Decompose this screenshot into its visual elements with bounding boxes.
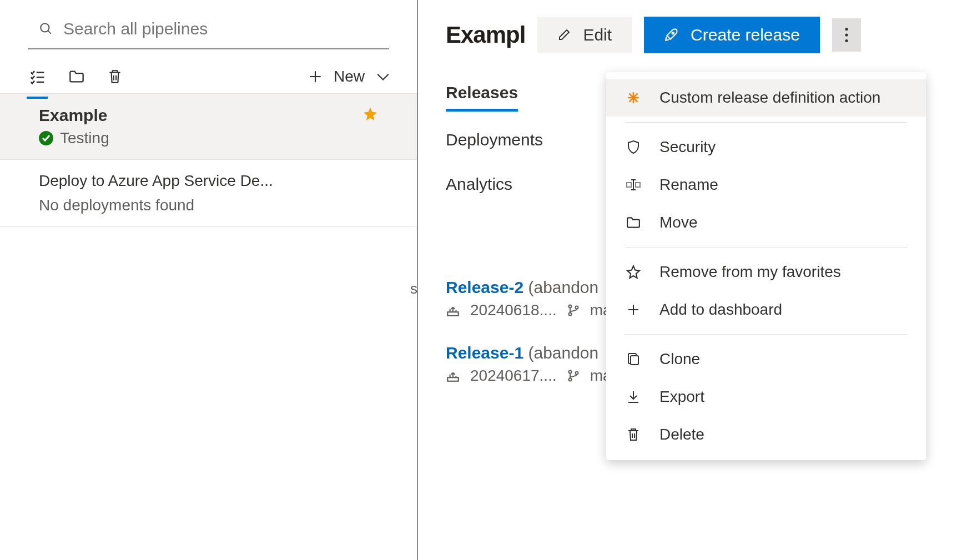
svg-rect-11	[447, 312, 459, 316]
menu-custom-action[interactable]: Custom release definition action	[606, 79, 926, 117]
svg-point-12	[568, 305, 571, 308]
svg-point-14	[575, 306, 578, 309]
svg-point-16	[568, 371, 571, 374]
trash-icon	[625, 426, 642, 443]
svg-point-8	[845, 28, 848, 31]
svg-line-1	[48, 31, 51, 33]
rocket-icon	[664, 28, 678, 42]
menu-label: Custom release definition action	[659, 89, 880, 107]
toolbar-right: New	[308, 68, 390, 85]
svg-point-10	[845, 39, 848, 42]
svg-point-7	[672, 32, 674, 34]
pipeline-status: Testing	[39, 129, 109, 147]
rename-icon	[625, 176, 642, 193]
release-build: 20240618....	[470, 301, 557, 319]
new-label: New	[334, 68, 365, 85]
dots-vertical-icon	[844, 27, 849, 43]
branch-icon	[567, 304, 580, 317]
menu-security[interactable]: Security	[606, 128, 926, 166]
release-link[interactable]: Release-2	[446, 278, 523, 296]
svg-point-0	[41, 23, 49, 32]
star-outline-icon	[625, 264, 642, 280]
svg-point-17	[568, 379, 571, 381]
context-menu: Custom release definition action Securit…	[606, 72, 926, 460]
asterisk-icon	[625, 89, 642, 106]
more-actions-button[interactable]	[832, 18, 861, 52]
menu-export[interactable]: Export	[606, 378, 926, 416]
pipeline-info: Example Testing	[39, 106, 109, 147]
menu-delete[interactable]: Delete	[606, 416, 926, 453]
edit-button[interactable]: Edit	[537, 17, 632, 53]
release-state: (abandon	[528, 344, 598, 362]
menu-label: Security	[659, 138, 716, 156]
menu-remove-favorite[interactable]: Remove from my favorites	[606, 253, 926, 291]
menu-label: Remove from my favorites	[659, 263, 841, 281]
copy-icon	[625, 351, 642, 367]
pipeline-sub-desc: No deployments found	[39, 196, 273, 214]
create-label: Create release	[691, 26, 800, 44]
plus-icon	[625, 301, 642, 318]
pipeline-item-example[interactable]: Example Testing	[0, 94, 417, 160]
folder-icon[interactable]	[69, 70, 84, 83]
list-view-icon[interactable]	[29, 69, 46, 84]
pipeline-item-deploy[interactable]: Deploy to Azure App Service De... No dep…	[0, 160, 417, 227]
pipeline-info: Deploy to Azure App Service De... No dep…	[39, 172, 273, 214]
create-release-button[interactable]: Create release	[644, 17, 820, 53]
svg-rect-21	[631, 356, 638, 365]
header-row: Exampl Edit Create release	[446, 17, 959, 53]
download-icon	[625, 389, 642, 405]
trash-icon[interactable]	[108, 69, 122, 84]
page-title: Exampl	[446, 22, 525, 48]
menu-add-dashboard[interactable]: Add to dashboard	[606, 291, 926, 329]
sidebar-toolbar: New	[0, 52, 417, 94]
branch-icon	[567, 369, 580, 382]
star-icon[interactable]	[362, 106, 378, 122]
build-icon	[446, 369, 460, 382]
folder-icon	[625, 214, 642, 231]
chevron-down-icon	[376, 72, 390, 81]
menu-label: Move	[659, 214, 697, 231]
plus-icon[interactable]	[308, 69, 323, 84]
menu-label: Delete	[659, 426, 704, 443]
shield-icon	[625, 139, 642, 155]
menu-divider	[625, 122, 907, 123]
pipeline-name: Example	[39, 106, 109, 125]
toolbar-left	[29, 69, 122, 84]
svg-point-9	[845, 33, 848, 36]
left-sidebar: New Example Testing Deploy to Azure App …	[0, 0, 418, 560]
tab-releases[interactable]: Releases	[446, 83, 518, 112]
new-button[interactable]: New	[334, 68, 390, 85]
release-state: (abandon	[528, 278, 598, 296]
search-row	[0, 0, 417, 52]
menu-label: Clone	[659, 350, 700, 368]
svg-point-13	[568, 313, 571, 316]
menu-divider	[625, 334, 907, 335]
menu-label: Rename	[659, 176, 718, 194]
search-input[interactable]	[63, 19, 385, 38]
build-icon	[446, 304, 460, 317]
menu-rename[interactable]: Rename	[606, 166, 926, 204]
menu-move[interactable]: Move	[606, 204, 926, 241]
svg-point-18	[575, 372, 578, 375]
search-box[interactable]	[28, 14, 389, 49]
menu-label: Add to dashboard	[659, 301, 782, 319]
edit-label: Edit	[583, 26, 612, 44]
menu-clone[interactable]: Clone	[606, 340, 926, 378]
pipeline-name: Deploy to Azure App Service De...	[39, 172, 273, 190]
menu-divider	[625, 247, 907, 248]
menu-label: Export	[659, 388, 704, 406]
pipeline-status-text: Testing	[60, 129, 109, 147]
truncated-char: s	[410, 280, 417, 297]
release-link[interactable]: Release-1	[446, 344, 523, 362]
release-build: 20240617....	[470, 367, 557, 385]
search-icon	[39, 22, 53, 36]
svg-rect-15	[447, 377, 459, 381]
pencil-icon	[557, 28, 571, 42]
check-circle-icon	[39, 131, 53, 145]
